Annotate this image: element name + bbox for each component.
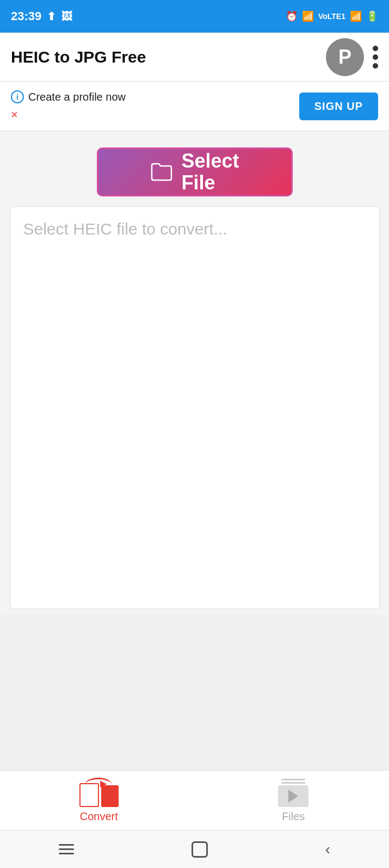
nav-convert[interactable]: ▶ Convert: [79, 778, 119, 823]
bottom-nav: ▶ Convert Files: [0, 770, 389, 830]
banner-left: i Create a profile now ×: [11, 90, 126, 122]
select-file-button[interactable]: SelectFile: [97, 147, 293, 196]
alarm-icon: ⏰: [286, 10, 298, 22]
signup-button[interactable]: SIGN UP: [299, 93, 378, 120]
files-label: Files: [282, 810, 305, 823]
nav-files[interactable]: Files: [277, 778, 310, 823]
files-icon: [277, 778, 310, 807]
image-icon: 🖼: [61, 10, 72, 23]
system-nav-bar: ‹: [0, 830, 389, 868]
signal-icon: 📶: [350, 10, 362, 22]
more-options-button[interactable]: [373, 46, 378, 69]
doc-left: [79, 783, 99, 807]
files-line-2: [281, 782, 305, 784]
status-time-area: 23:39 ⬆ 🖼: [11, 9, 72, 23]
folder-icon: [150, 160, 174, 184]
menu-line-2: [59, 848, 74, 850]
back-icon: ‹: [325, 841, 330, 858]
app-header: HEIC to JPG Free P: [0, 33, 389, 82]
convert-label: Convert: [80, 810, 118, 823]
files-lines: [281, 779, 305, 784]
dot-3: [373, 63, 378, 69]
drop-area-placeholder: Select HEIC file to convert...: [23, 220, 227, 238]
info-icon: i: [11, 90, 24, 103]
parking-logo: P: [326, 38, 364, 76]
app-title: HEIC to JPG Free: [11, 48, 146, 66]
files-play-box: [278, 785, 308, 807]
header-right: P: [326, 38, 378, 76]
banner-close-button[interactable]: ×: [11, 108, 126, 122]
banner-text: Create a profile now: [28, 91, 126, 103]
files-line-1: [281, 779, 305, 780]
dot-1: [373, 46, 378, 51]
play-triangle: [288, 790, 298, 803]
home-icon: [192, 841, 208, 858]
convert-icon: ▶: [79, 778, 119, 807]
battery-icon: 🔋: [366, 10, 378, 22]
banner-info: i Create a profile now: [11, 90, 126, 103]
doc-right: [101, 785, 119, 807]
dot-2: [373, 54, 378, 60]
menu-line-1: [59, 844, 74, 846]
recents-icon: [59, 844, 74, 854]
file-drop-area[interactable]: Select HEIC file to convert...: [10, 206, 380, 609]
lte-icon: VoLTE1: [318, 12, 345, 21]
main-content: SelectFile Select HEIC file to convert..…: [0, 131, 389, 614]
recents-button[interactable]: [59, 844, 74, 854]
select-file-label: SelectFile: [181, 150, 239, 193]
time-display: 23:39: [11, 9, 41, 23]
back-button[interactable]: ‹: [325, 841, 330, 858]
status-icons-area: ⏰ 📶 VoLTE1 📶 🔋: [286, 10, 378, 22]
status-bar: 23:39 ⬆ 🖼 ⏰ 📶 VoLTE1 📶 🔋: [0, 0, 389, 33]
menu-line-3: [59, 853, 74, 854]
profile-banner: i Create a profile now × SIGN UP: [0, 82, 389, 131]
upload-icon: ⬆: [47, 10, 56, 23]
home-button[interactable]: [192, 841, 208, 858]
wifi-icon: 📶: [302, 10, 314, 22]
